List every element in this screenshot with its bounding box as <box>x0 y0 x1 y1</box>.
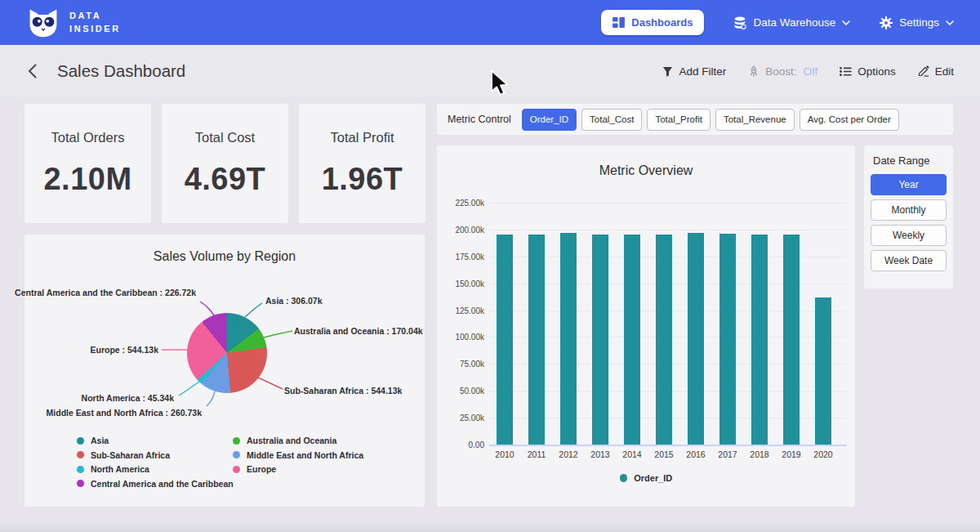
bar-2012[interactable] <box>560 233 577 445</box>
pie-legend-item-middle-east-and-north-africa[interactable]: Middle East and North Africa <box>233 450 363 460</box>
boost-state: Off <box>803 65 817 78</box>
edit-label: Edit <box>935 65 954 78</box>
brand-line2: INSIDER <box>69 23 121 35</box>
navbar-menu: Dashboards Data Warehouse <box>601 10 954 35</box>
pie-callout-sub-saharan-africa: Sub-Saharan Africa : 544.13k <box>284 386 402 396</box>
date-range-panel: Date Range YearMonthlyWeeklyWeek Date <box>864 145 953 288</box>
y-axis-tick: 175.00k <box>439 253 484 262</box>
pie-callout-asia: Asia : 306.07k <box>265 296 322 306</box>
pie-legend-item-central-america-and-the-caribbean[interactable]: Central America and the Caribbean <box>77 479 234 489</box>
legend-dot <box>77 451 84 458</box>
legend-label: Sub-Saharan Africa <box>91 450 170 460</box>
kpi-value: 1.96T <box>322 162 403 197</box>
y-axis-tick: 200.00k <box>439 226 484 235</box>
back-button[interactable] <box>26 62 38 80</box>
kpi-value: 4.69T <box>185 162 266 197</box>
legend-label: Central America and the Caribbean <box>91 479 234 489</box>
x-axis-tick-2010: 2010 <box>488 449 521 459</box>
add-filter-label: Add Filter <box>679 65 726 78</box>
chevron-down-icon <box>946 20 954 25</box>
pie-legend-item-europe[interactable]: Europe <box>233 464 363 474</box>
y-axis-tick: 150.00k <box>439 279 484 288</box>
y-axis-tick: 0.00 <box>439 440 484 449</box>
settings-label: Settings <box>899 16 939 29</box>
x-axis-tick-2018: 2018 <box>743 449 776 459</box>
legend-label: Order_ID <box>634 473 672 483</box>
legend-label: Europe <box>247 464 276 474</box>
x-axis-tick-2016: 2016 <box>679 449 712 459</box>
filter-icon <box>662 66 673 77</box>
brand-line1: DATA <box>69 10 121 22</box>
pie-callout-middle-east-and-north-africa: Middle East and North Africa : 260.73k <box>47 408 202 418</box>
dashboards-icon <box>612 17 625 28</box>
date-range-monthly-button[interactable]: Monthly <box>871 199 947 221</box>
metric-chip-order-id[interactable]: Order_ID <box>522 109 577 131</box>
pie-legend-column-1: AsiaSub-Saharan AfricaNorth AmericaCentr… <box>77 436 234 489</box>
top-navbar: DATA INSIDER Dashboards Data Warehouse <box>0 0 980 45</box>
bar-2010[interactable] <box>497 235 513 445</box>
settings-menu[interactable]: Settings <box>880 16 954 29</box>
edit-button[interactable]: Edit <box>918 65 954 78</box>
pie-legend-item-north-america[interactable]: North America <box>77 464 234 474</box>
x-axis-tick-2012: 2012 <box>552 449 585 459</box>
bottom-fade <box>0 521 980 532</box>
chevron-left-icon <box>28 64 37 78</box>
date-range-year-button[interactable]: Year <box>871 174 947 195</box>
metric-chip-avg-cost-per-order[interactable]: Avg. Cost per Order <box>800 109 899 131</box>
boost-toggle[interactable]: Boost: Off <box>748 65 817 78</box>
y-axis-tick: 125.00k <box>439 306 484 315</box>
pie-legend-column-2: Australia and OceaniaMiddle East and Nor… <box>233 436 363 474</box>
kpi-card-total-cost: Total Cost 4.69T <box>162 104 288 223</box>
bar-2016[interactable] <box>688 233 704 445</box>
header-toolbar: Add Filter Boost: Off Options <box>662 65 954 78</box>
pie-callout-north-america: North America : 45.34k <box>82 393 174 403</box>
x-axis-tick-2015: 2015 <box>648 449 680 459</box>
x-axis-tick-2019: 2019 <box>775 449 808 459</box>
dashboards-label: Dashboards <box>631 16 693 29</box>
x-axis-tick-2020: 2020 <box>807 449 840 459</box>
metric-chip-total-revenue[interactable]: Total_Revenue <box>715 109 795 131</box>
pie-legend-item-australia-and-oceania[interactable]: Australia and Oceania <box>233 436 363 445</box>
metric-chip-group: Order_IDTotal_CostTotal_ProfitTotal_Reve… <box>522 109 899 131</box>
bar-chart-legend[interactable]: Order_ID <box>437 473 855 483</box>
dashboards-button[interactable]: Dashboards <box>601 10 704 35</box>
chevron-down-icon <box>842 20 850 25</box>
metric-chip-total-profit[interactable]: Total_Profit <box>647 109 710 131</box>
data-warehouse-menu[interactable]: Data Warehouse <box>733 16 850 29</box>
add-filter-button[interactable]: Add Filter <box>662 65 726 78</box>
bar-2020[interactable] <box>815 297 831 445</box>
y-axis-tick: 25.00k <box>439 414 484 422</box>
bar-2018[interactable] <box>751 235 768 445</box>
legend-dot <box>233 437 240 445</box>
pie-legend-item-sub-saharan-africa[interactable]: Sub-Saharan Africa <box>77 450 234 460</box>
metric-chip-total-cost[interactable]: Total_Cost <box>581 109 642 131</box>
pie-legend-item-asia[interactable]: Asia <box>77 436 234 445</box>
pencil-icon <box>918 65 929 77</box>
x-axis-tick-2017: 2017 <box>711 449 744 459</box>
options-label: Options <box>858 65 896 78</box>
y-axis-tick: 225.00k <box>439 199 484 208</box>
legend-label: Asia <box>91 436 109 445</box>
bar-2019[interactable] <box>783 235 800 445</box>
bar-2013[interactable] <box>592 235 608 445</box>
legend-dot <box>77 480 84 487</box>
date-range-week-date-button[interactable]: Week Date <box>871 250 947 271</box>
data-warehouse-label: Data Warehouse <box>753 16 835 29</box>
y-axis-tick: 50.00k <box>439 387 484 396</box>
brand-logo[interactable]: DATA INSIDER <box>26 7 121 38</box>
legend-label: Middle East and North Africa <box>247 450 363 460</box>
kpi-label: Total Profit <box>331 130 394 145</box>
database-icon <box>733 16 746 29</box>
options-button[interactable]: Options <box>840 65 896 78</box>
bar-2014[interactable] <box>624 235 640 445</box>
pie-chart-card: Sales Volume by Region Asia : 306.07kAus… <box>24 235 425 507</box>
bar-2015[interactable] <box>656 235 672 445</box>
pie-chart[interactable] <box>187 313 267 393</box>
legend-dot <box>233 466 240 473</box>
bar-2011[interactable] <box>528 235 545 445</box>
owl-logo-icon <box>26 7 60 38</box>
legend-dot <box>77 466 84 473</box>
date-range-weekly-button[interactable]: Weekly <box>871 225 947 246</box>
bar-2017[interactable] <box>719 234 736 445</box>
pie-callout-europe: Europe : 544.13k <box>91 345 158 355</box>
